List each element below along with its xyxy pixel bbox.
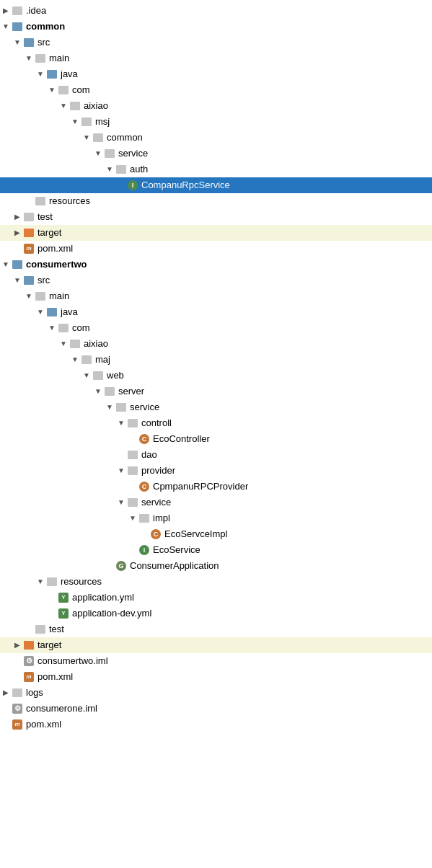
tree-arrow[interactable]: [0, 3, 12, 19]
item-label: ConsumerApplication: [130, 558, 432, 574]
tree-arrow[interactable]: [115, 495, 127, 510]
tree-item-common-src[interactable]: src: [0, 35, 432, 50]
tree-arrow[interactable]: [23, 288, 35, 304]
java-class-icon: C: [138, 433, 150, 445]
item-label: consumertwo.iml: [38, 653, 432, 669]
tree-item-consumertwo-target[interactable]: target: [0, 637, 432, 653]
java-class-icon: C: [138, 481, 150, 492]
item-label: provider: [141, 463, 432, 479]
tree-item-common-com[interactable]: com: [0, 82, 432, 98]
tree-arrow[interactable]: [58, 98, 69, 114]
tree-item-consumertwo-iml[interactable]: ⚙consumertwo.iml: [0, 653, 432, 669]
item-label: common: [107, 130, 432, 146]
tree-item-consumertwo-src[interactable]: src: [0, 273, 432, 288]
tree-item-consumertwo-impl[interactable]: impl: [0, 510, 432, 526]
tree-item-common-test[interactable]: test: [0, 209, 432, 225]
folder-plain-icon: [104, 386, 115, 397]
tree-arrow[interactable]: [104, 161, 115, 177]
tree-item-application-yml[interactable]: Yapplication.yml: [0, 590, 432, 606]
tree-item-consumer-application[interactable]: GConsumerApplication: [0, 558, 432, 574]
tree-item-consumertwo-pom[interactable]: mpom.xml: [0, 669, 432, 685]
iml-icon: ⚙: [12, 703, 23, 714]
tree-item-common-msj[interactable]: msj: [0, 114, 432, 130]
item-label: test: [38, 209, 432, 225]
yml-icon: Y: [58, 592, 69, 603]
tree-item-consumertwo-controll[interactable]: controll: [0, 415, 432, 431]
tree-arrow[interactable]: [23, 50, 35, 66]
tree-arrow[interactable]: [104, 399, 115, 415]
tree-item-logs[interactable]: logs: [0, 685, 432, 701]
tree-item-consumertwo-resources[interactable]: resources: [0, 574, 432, 590]
item-label: aixiao: [84, 336, 432, 352]
tree-item-consumertwo-test[interactable]: test: [0, 621, 432, 637]
tree-arrow[interactable]: [46, 320, 58, 336]
tree-arrow[interactable]: [81, 368, 92, 384]
tree-item-consumerone-iml[interactable]: ⚙consumerone.iml: [0, 701, 432, 717]
folder-plain-icon: [23, 211, 35, 223]
java-interface-icon: I: [127, 180, 138, 191]
item-label: main: [49, 288, 432, 304]
tree-arrow[interactable]: [58, 336, 69, 352]
tree-item-eco-service[interactable]: IEcoService: [0, 542, 432, 558]
java-class-icon: C: [150, 528, 162, 540]
tree-arrow[interactable]: [115, 463, 127, 479]
tree-item-common-target[interactable]: target: [0, 225, 432, 241]
tree-item-consumertwo-com[interactable]: com: [0, 320, 432, 336]
tree-item-common-auth[interactable]: auth: [0, 161, 432, 177]
tree-item-common-service[interactable]: service: [0, 146, 432, 161]
tree-item-consumertwo-web[interactable]: web: [0, 368, 432, 384]
tree-arrow[interactable]: [46, 82, 58, 98]
tree-arrow[interactable]: [0, 685, 12, 701]
tree-arrow[interactable]: [115, 415, 127, 431]
tree-arrow[interactable]: [69, 352, 81, 368]
tree-item-eco-servce-impl[interactable]: CEcoServceImpl: [0, 526, 432, 542]
item-label: CpmpanuRPCProvider: [153, 479, 432, 495]
tree-item-consumertwo[interactable]: consumertwo: [0, 257, 432, 273]
tree-item-companu-rpc-service[interactable]: ICompanuRpcService: [0, 177, 432, 193]
tree-arrow[interactable]: [92, 146, 104, 161]
tree-item-consumertwo-service2[interactable]: service: [0, 495, 432, 510]
tree-item-consumertwo-aixiao[interactable]: aixiao: [0, 336, 432, 352]
tree-arrow[interactable]: [127, 510, 138, 526]
tree-arrow[interactable]: [12, 35, 23, 50]
tree-item-consumertwo-dao[interactable]: dao: [0, 447, 432, 463]
tree-arrow[interactable]: [69, 114, 81, 130]
tree-item-consumertwo-java[interactable]: java: [0, 304, 432, 320]
item-label: web: [107, 368, 432, 384]
tree-item-common-main[interactable]: main: [0, 50, 432, 66]
tree-item-common[interactable]: common: [0, 19, 432, 35]
folder-plain-icon: [92, 370, 104, 381]
tree-item-application-dev-yml[interactable]: Yapplication-dev.yml: [0, 606, 432, 621]
tree-arrow[interactable]: [0, 19, 12, 35]
tree-arrow[interactable]: [12, 637, 23, 653]
tree-arrow[interactable]: [12, 225, 23, 241]
tree-item-consumertwo-service[interactable]: service: [0, 399, 432, 415]
tree-arrow[interactable]: [12, 209, 23, 225]
tree-item-consumertwo-main[interactable]: main: [0, 288, 432, 304]
tree-item-idea[interactable]: .idea: [0, 3, 432, 19]
tree-item-consumertwo-provider[interactable]: provider: [0, 463, 432, 479]
item-label: service: [118, 146, 432, 161]
tree-arrow[interactable]: [35, 66, 46, 82]
tree-item-eco-controller[interactable]: CEcoController: [0, 431, 432, 447]
folder-plain-icon: [127, 449, 138, 461]
tree-arrow[interactable]: [12, 273, 23, 288]
tree-item-consumertwo-server[interactable]: server: [0, 384, 432, 399]
tree-item-common-resources[interactable]: resources: [0, 193, 432, 209]
tree-item-consumertwo-maj[interactable]: maj: [0, 352, 432, 368]
tree-item-common-aixiao[interactable]: aixiao: [0, 98, 432, 114]
tree-arrow[interactable]: [92, 384, 104, 399]
tree-item-root-pom[interactable]: mpom.xml: [0, 717, 432, 732]
tree-item-common-pom[interactable]: mpom.xml: [0, 241, 432, 257]
tree-arrow[interactable]: [0, 257, 12, 273]
item-label: com: [72, 82, 432, 98]
tree-arrow[interactable]: [35, 304, 46, 320]
tree-item-common-java[interactable]: java: [0, 66, 432, 82]
tree-arrow[interactable]: [81, 130, 92, 146]
yml-icon: Y: [58, 608, 69, 619]
tree-arrow[interactable]: [35, 574, 46, 590]
item-label: impl: [153, 510, 432, 526]
item-label: target: [38, 637, 432, 653]
tree-item-cpmpanu-rpc-provider[interactable]: CCpmpanuRPCProvider: [0, 479, 432, 495]
tree-item-common-common[interactable]: common: [0, 130, 432, 146]
